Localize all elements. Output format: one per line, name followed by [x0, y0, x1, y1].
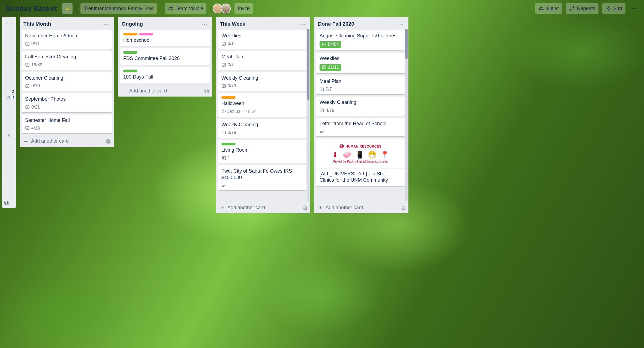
- card[interactable]: Living Room 1: [218, 140, 306, 163]
- label-green[interactable]: [123, 51, 137, 54]
- template-icon[interactable]: [204, 88, 209, 93]
- card[interactable]: August Cleaning Supplies/Toiletries 54/5…: [316, 30, 405, 50]
- repeats-button[interactable]: Repeats: [566, 3, 598, 14]
- checklist-badge: 18/89: [25, 62, 42, 67]
- butler-button[interactable]: Butler: [535, 3, 562, 14]
- card[interactable]: Letter from the Head of School: [316, 118, 405, 136]
- svg-rect-26: [322, 43, 326, 46]
- card[interactable]: November Home Admin 0/11: [22, 30, 112, 49]
- list-menu-icon[interactable]: ⋯: [4, 20, 14, 27]
- divider: [76, 5, 77, 12]
- template-icon[interactable]: [302, 205, 307, 210]
- list-partial-left[interactable]: ⋯ o tion s: [2, 17, 16, 208]
- card[interactable]: Semester Home Fall 4/18: [22, 115, 112, 133]
- butler-label: Butler: [546, 6, 559, 11]
- label-green[interactable]: [221, 143, 236, 145]
- checklist-badge: 0/79: [221, 130, 236, 135]
- workspace-button[interactable]: TrentmanMahmood Family Free: [80, 3, 157, 14]
- svg-rect-7: [26, 63, 29, 66]
- visibility-label: Team Visible: [176, 6, 203, 11]
- card[interactable]: Meal Plan 0/7: [218, 51, 306, 70]
- card[interactable]: Weekly Cleaning 0/79: [218, 72, 306, 91]
- add-card-button[interactable]: ＋Add another card: [314, 202, 408, 213]
- sort-button[interactable]: Sort: [602, 3, 625, 14]
- add-card-button[interactable]: ＋Add another card: [20, 136, 114, 147]
- card-title: Fall Semester Cleaning: [25, 54, 109, 60]
- card[interactable]: Weeklies 11/11: [316, 53, 405, 73]
- card[interactable]: Weekly Cleaning 0/79: [218, 119, 306, 138]
- add-card-button[interactable]: ＋Add another card: [118, 85, 212, 97]
- card[interactable]: ⓂHUMAN RESOURCES 🌡🧼📱😷📍 Protect the Pack.…: [316, 139, 405, 186]
- card-title: Weekly Cleaning: [221, 75, 303, 81]
- star-button[interactable]: [62, 3, 73, 14]
- card[interactable]: Fall Semester Cleaning 18/89: [22, 51, 112, 70]
- board-menu-button[interactable]: ⋯: [629, 5, 640, 12]
- svg-rect-10: [26, 127, 29, 130]
- template-icon[interactable]: [106, 139, 111, 144]
- card-title: Weeklies: [320, 55, 401, 62]
- svg-point-1: [169, 7, 171, 8]
- scrollbar-thumb[interactable]: [405, 29, 408, 59]
- template-icon[interactable]: [4, 200, 14, 205]
- checklist-badge: 0/10: [25, 83, 40, 88]
- board-title[interactable]: Sunday Basket: [4, 3, 58, 14]
- list-done-fall-2020: Done Fall 2020 ⋯ August Cleaning Supplie…: [314, 17, 408, 213]
- card-title: 100 Days Fall: [123, 74, 207, 80]
- list-menu-button[interactable]: ⋯: [103, 20, 110, 28]
- add-card-button[interactable]: ＋Add another card: [216, 202, 310, 213]
- card-title: Homeschool: [123, 37, 207, 43]
- checklist-badge: 0/7: [320, 87, 332, 92]
- card[interactable]: Weekly Cleaning 4/79: [316, 97, 405, 115]
- list-title[interactable]: This Month: [23, 21, 51, 27]
- svg-rect-28: [320, 88, 324, 91]
- label-pink[interactable]: [139, 33, 153, 35]
- workspace-name: TrentmanMahmood Family: [84, 6, 142, 11]
- avatar[interactable]: [221, 4, 231, 13]
- list-menu-button[interactable]: ⋯: [299, 20, 306, 28]
- svg-rect-27: [322, 66, 326, 69]
- description-icon: [320, 129, 324, 134]
- svg-rect-31: [402, 207, 405, 210]
- template-icon[interactable]: [400, 205, 405, 210]
- svg-rect-17: [222, 85, 225, 88]
- description-icon: [221, 183, 226, 188]
- svg-rect-5: [5, 202, 8, 205]
- repeats-label: Repeats: [577, 6, 595, 11]
- card[interactable]: Meal Plan 0/7: [316, 76, 405, 94]
- invite-button[interactable]: Invite: [234, 3, 253, 14]
- board-canvas[interactable]: ⋯ o tion s This Month ⋯ November Home Ad…: [0, 17, 644, 348]
- card-title: Living Room: [221, 147, 303, 153]
- card[interactable]: FDS Committee Fall 2020: [120, 48, 210, 64]
- list-menu-button[interactable]: ⋯: [201, 20, 208, 28]
- divider: [210, 5, 210, 12]
- svg-rect-25: [304, 207, 307, 210]
- svg-rect-6: [26, 42, 29, 45]
- svg-rect-9: [26, 106, 29, 109]
- card[interactable]: Homeschool: [120, 30, 210, 46]
- label-green[interactable]: [123, 70, 137, 72]
- card[interactable]: October Cleaning 0/10: [22, 72, 112, 91]
- card-title: Semester Home Fall: [25, 117, 109, 124]
- member-avatars[interactable]: [214, 4, 231, 13]
- scrollbar-thumb[interactable]: [307, 29, 309, 100]
- list-title[interactable]: Ongoing: [122, 21, 143, 27]
- list-title[interactable]: Done Fall 2020: [318, 21, 354, 27]
- card[interactable]: Halloween Oct 31 1/4: [218, 93, 306, 116]
- list-title[interactable]: This Week: [220, 21, 245, 27]
- label-orange[interactable]: [123, 33, 137, 35]
- card[interactable]: September Photos 0/21: [22, 93, 112, 112]
- svg-rect-11: [107, 140, 110, 143]
- list-menu-button[interactable]: ⋯: [397, 20, 405, 28]
- card-title: August Cleaning Supplies/Toiletries: [320, 33, 401, 39]
- label-orange[interactable]: [221, 96, 236, 99]
- card-title: Fwd: City of Santa Fe Owes IRS $400,000: [221, 168, 303, 181]
- svg-rect-19: [245, 110, 248, 113]
- svg-rect-16: [222, 63, 225, 66]
- card-fragment: o: [4, 88, 14, 94]
- card[interactable]: Weeklies 0/11: [218, 30, 306, 49]
- card[interactable]: 100 Days Fall: [120, 67, 210, 83]
- card[interactable]: Fwd: City of Santa Fe Owes IRS $400,000: [218, 165, 306, 190]
- visibility-button[interactable]: Team Visible: [165, 3, 207, 14]
- checklist-badge: 4/79: [320, 108, 334, 113]
- checklist-badge: 0/21: [25, 105, 40, 110]
